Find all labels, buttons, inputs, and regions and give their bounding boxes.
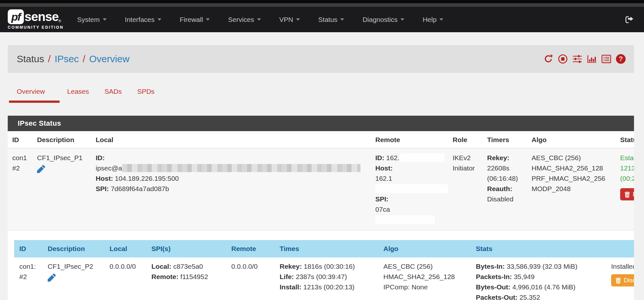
- remote-host-label: Host:: [375, 164, 393, 172]
- disconnect-p2-button[interactable]: Disco: [611, 274, 634, 286]
- time-value: 1816s (00:30:16): [304, 263, 355, 270]
- col-role: Role: [449, 131, 484, 148]
- col-times: Times: [276, 240, 380, 257]
- menu-label: Diagnostics: [362, 16, 398, 24]
- time-label: Life:: [280, 273, 294, 280]
- caret-down-icon: [103, 18, 107, 21]
- list-box-icon[interactable]: [601, 54, 611, 64]
- menu-firewall[interactable]: Firewall: [180, 16, 210, 24]
- caret-down-icon: [340, 18, 344, 21]
- menu-vpn[interactable]: VPN: [279, 16, 300, 24]
- breadcrumb-separator: /: [48, 53, 51, 64]
- cell-id: con1 #2: [8, 148, 34, 230]
- page-content: Status / IPsec / Overview: [8, 45, 634, 300]
- stat-value: 4,996,016 (4.76 MiB): [512, 283, 575, 291]
- child-sa-table: ID Description Local SPI(s) Remote Times…: [14, 240, 634, 300]
- tab-sads[interactable]: SADs: [97, 84, 130, 103]
- caret-down-icon: [439, 18, 443, 21]
- col-remote: Remote: [372, 131, 449, 148]
- bar-chart-icon[interactable]: [587, 54, 597, 64]
- tab-leases[interactable]: Leases: [60, 84, 97, 103]
- menu-label: Help: [423, 16, 437, 24]
- col-algo: Algo: [528, 131, 617, 148]
- breadcrumb-link-overview[interactable]: Overview: [89, 53, 130, 64]
- stat-label: Packets-In:: [476, 273, 512, 280]
- local-host-value: 104.189.226.195:500: [115, 175, 179, 182]
- col-remote: Remote: [228, 240, 276, 257]
- child-header-row: ID Description Local SPI(s) Remote Times…: [14, 240, 634, 257]
- top-navbar: pf sense ® COMMUNITY EDITION System Inte…: [0, 7, 644, 32]
- menu-label: Interfaces: [125, 16, 155, 24]
- window-sub-strip: [0, 3, 644, 7]
- logout-icon[interactable]: [625, 15, 634, 24]
- remote-id-label: ID:: [375, 154, 384, 161]
- time-label: Rekey:: [280, 263, 302, 270]
- menu-label: Services: [228, 16, 254, 24]
- algo-enc: AES_CBC (256): [383, 261, 469, 272]
- menu-system[interactable]: System: [77, 16, 107, 24]
- stop-icon[interactable]: [558, 54, 568, 64]
- cell-id: con1: #2: [14, 257, 44, 300]
- redacted-blur: [375, 184, 448, 193]
- disconnect-p1-button[interactable]: Dis: [620, 188, 634, 200]
- conn-description: CF1_IPsec_P2: [48, 261, 103, 272]
- menu-diagnostics[interactable]: Diagnostics: [362, 16, 404, 24]
- remote-spi-label: SPI:: [375, 195, 389, 203]
- col-id: ID: [8, 131, 34, 148]
- menu-label: VPN: [279, 16, 293, 24]
- menu-status[interactable]: Status: [318, 16, 344, 24]
- cell-spis: Local: c873e5a0 Remote: f1154952: [148, 257, 228, 300]
- remote-id-value: 162.: [386, 154, 399, 161]
- spi-local-label: Local:: [151, 263, 171, 270]
- cell-timers: Rekey: 22608s (06:16:48) Reauth: Disable…: [484, 148, 528, 230]
- menu-interfaces[interactable]: Interfaces: [125, 16, 161, 24]
- spi-remote-value: f1154952: [180, 273, 208, 280]
- redacted-blur: [375, 215, 435, 224]
- pfsense-logo[interactable]: pf sense ® COMMUNITY EDITION: [8, 9, 64, 30]
- refresh-icon[interactable]: [543, 54, 553, 64]
- ike-row: con1 #2 CF1_IPsec_P1 ID:: [8, 148, 634, 230]
- sliders-icon[interactable]: [572, 54, 582, 64]
- col-spis: SPI(s): [148, 240, 228, 257]
- cell-description: CF1_IPsec_P1: [34, 148, 92, 230]
- disconnect-label: Dis: [633, 191, 634, 198]
- algo-hash: HMAC_SHA2_256_128: [383, 272, 469, 282]
- tab-spds[interactable]: SPDs: [130, 84, 162, 103]
- window-top-strip: [0, 0, 644, 3]
- conn-id: con1:: [19, 261, 41, 272]
- pf-logo-mark: pf: [8, 9, 24, 24]
- help-icon[interactable]: ?: [616, 54, 626, 64]
- ipsec-status-panel: IPsec Status ID Description Local Remote…: [8, 116, 634, 300]
- caret-down-icon: [400, 18, 404, 21]
- tab-overview[interactable]: Overview: [9, 84, 60, 103]
- cell-remote: ID: 162. Host: 162.1 SPI: 07ca: [372, 148, 449, 230]
- redacted-blur: [122, 164, 360, 172]
- stat-label: Packets-Out:: [476, 294, 518, 300]
- remote-host-value: 162.1: [375, 175, 392, 182]
- logo-wordmark: sense: [24, 10, 59, 24]
- local-spi-label: SPI:: [96, 185, 109, 192]
- pencil-icon[interactable]: [37, 165, 45, 176]
- breadcrumb-section: Status: [17, 53, 44, 64]
- spi-remote-label: Remote:: [151, 273, 178, 280]
- trash-icon: [624, 191, 630, 198]
- cell-local: 0.0.0.0/0: [106, 257, 148, 300]
- menu-services[interactable]: Services: [228, 16, 261, 24]
- stat-value: 33,586,939 (32.03 MiB): [507, 263, 577, 270]
- breadcrumb: Status / IPsec / Overview: [17, 53, 130, 64]
- cell-description: CF1_IPsec_P2: [44, 257, 106, 300]
- algo-enc: AES_CBC (256): [532, 153, 614, 163]
- reauth-value: Disabled: [487, 194, 525, 204]
- disconnect-label: Disco: [624, 277, 634, 284]
- status-time: (00:20: [620, 173, 634, 184]
- local-spi-value: 7d689f64a7ad087b: [111, 185, 169, 192]
- col-status: Status: [617, 131, 634, 148]
- col-local: Local: [106, 240, 148, 257]
- breadcrumb-link-ipsec[interactable]: IPsec: [54, 53, 79, 64]
- caret-down-icon: [206, 18, 210, 21]
- menu-help[interactable]: Help: [423, 16, 443, 24]
- col-stats: Stats: [473, 240, 608, 257]
- status-installed: Installed: [611, 261, 634, 272]
- pencil-icon[interactable]: [48, 274, 56, 285]
- conn-id: con1: [12, 153, 31, 163]
